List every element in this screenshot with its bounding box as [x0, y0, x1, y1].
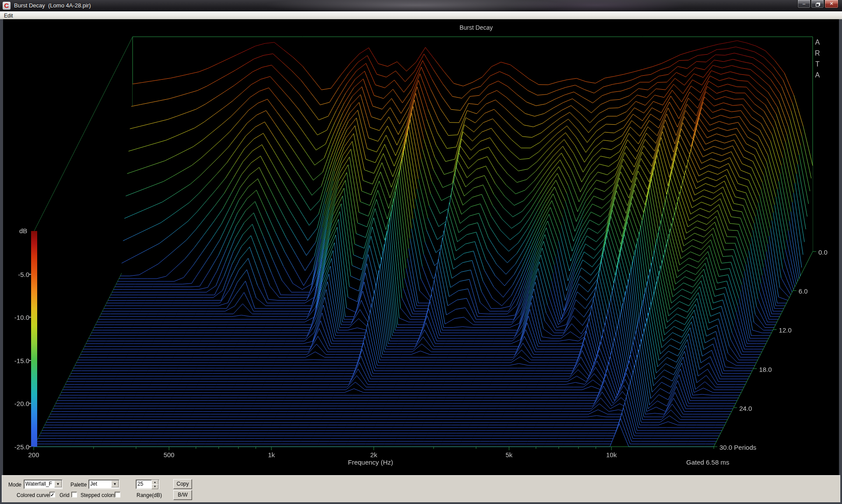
- plot-title: Burst Decay: [460, 24, 493, 31]
- colorbar-title: dB: [19, 227, 27, 234]
- colorbar-tick-mark: [28, 446, 31, 447]
- period-tick-label: 24.0: [739, 404, 752, 412]
- plot-area: Burst DecayFrequency (Hz)Gated 6.58 msdB…: [3, 19, 839, 475]
- colored-curves-label: Colored curves: [17, 492, 52, 498]
- colorbar-tick-mark: [28, 317, 31, 318]
- period-tick-label: 12.0: [779, 326, 792, 334]
- colorbar-tick-label: -20.0: [14, 400, 29, 407]
- colorbar-tick-label: -10.0: [14, 314, 29, 321]
- bw-button[interactable]: B/W: [173, 490, 192, 500]
- menu-bar: Edit: [0, 11, 842, 19]
- range-spinner[interactable]: 25 ▲ ▼: [136, 480, 159, 489]
- window-title: Burst Decay (Lomo 4A-28.pir): [14, 2, 91, 9]
- control-bar: Mode Waterfall_F ▼ Palette Jet ▼ 25 ▲ ▼ …: [2, 475, 840, 502]
- waterfall-plot-canvas: [3, 19, 839, 475]
- db-colorbar: [31, 231, 37, 447]
- x-tick-label: 5k: [505, 451, 512, 458]
- copy-button[interactable]: Copy: [173, 479, 192, 489]
- aero-glass-highlight-2: [503, 0, 687, 11]
- spinner-down-icon[interactable]: ▼: [151, 484, 158, 489]
- palette-combobox-value: Jet: [90, 481, 97, 487]
- range-db-label: Range(dB): [137, 492, 162, 498]
- colorbar-tick-label: -5.0: [18, 270, 29, 278]
- x-tick-label: 10k: [606, 451, 617, 458]
- stepped-colors-label: Stepped colors: [81, 492, 116, 498]
- x-tick-label: 500: [164, 451, 175, 458]
- x-tick-label: 2k: [370, 451, 377, 458]
- palette-label: Palette: [70, 482, 87, 488]
- grid-checkbox[interactable]: [71, 492, 77, 497]
- restore-button[interactable]: [811, 0, 824, 8]
- colored-curves-checkbox[interactable]: ✓: [49, 492, 55, 497]
- period-tick-label: 30.0 Periods: [719, 444, 756, 451]
- x-tick-label: 1k: [268, 451, 275, 458]
- palette-combobox[interactable]: Jet ▼: [88, 480, 119, 489]
- minimize-button[interactable]: –: [797, 0, 810, 8]
- menu-edit[interactable]: Edit: [0, 12, 17, 19]
- period-tick-label: 18.0: [759, 365, 772, 373]
- grid-label: Grid: [60, 492, 70, 498]
- arta-app-icon: C: [3, 2, 11, 10]
- mode-label: Mode: [8, 482, 21, 488]
- gated-readout: Gated 6.58 ms: [686, 458, 729, 466]
- arta-watermark: ARTA: [815, 37, 820, 80]
- period-tick-label: 6.0: [799, 287, 808, 295]
- mode-dropdown-arrow-icon[interactable]: ▼: [54, 480, 62, 487]
- title-bar: C Burst Decay (Lomo 4A-28.pir) – ✕: [0, 0, 842, 11]
- stepped-colors-checkbox[interactable]: [115, 492, 120, 497]
- colorbar-tick-mark: [28, 403, 31, 404]
- checkmark-icon: ✓: [50, 492, 54, 497]
- restore-icon: [816, 4, 819, 7]
- mode-combobox[interactable]: Waterfall_F ▼: [24, 480, 63, 489]
- x-axis-title: Frequency (Hz): [348, 458, 393, 466]
- period-tick-label: 0.0: [818, 248, 828, 256]
- x-tick-label: 200: [28, 451, 39, 458]
- app-window: C Burst Decay (Lomo 4A-28.pir) – ✕ Edit …: [0, 0, 842, 504]
- colorbar-tick-label: -25.0: [14, 443, 29, 451]
- colorbar-tick-mark: [28, 274, 31, 275]
- colorbar-tick-mark: [28, 360, 31, 361]
- close-button[interactable]: ✕: [824, 0, 838, 8]
- colorbar-tick-label: -15.0: [14, 357, 29, 364]
- range-spinner-value: 25: [137, 481, 143, 487]
- palette-dropdown-arrow-icon[interactable]: ▼: [111, 480, 119, 487]
- mode-combobox-value: Waterfall_F: [25, 481, 52, 487]
